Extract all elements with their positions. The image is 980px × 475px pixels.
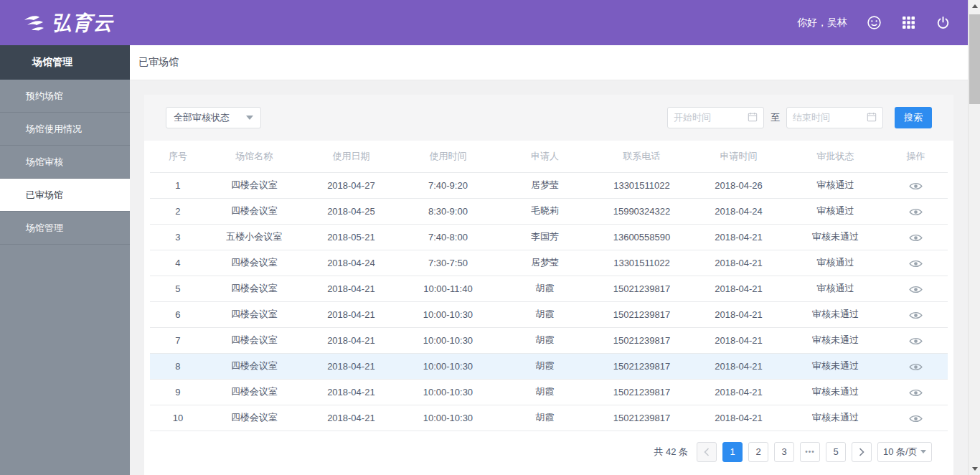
sidebar-item-已审场馆[interactable]: 已审场馆 [0,179,130,212]
column-header: 使用时间 [400,141,496,172]
end-date-input[interactable]: 结束时间 [786,107,883,128]
sidebar-item-预约场馆[interactable]: 预约场馆 [0,80,130,113]
pagination-total: 共 42 条 [654,446,688,458]
table-cell: 15021239817 [593,379,690,405]
view-eye-icon[interactable] [909,337,923,346]
brand-name: 弘育云 [52,10,114,36]
brand: 弘育云 [22,10,114,36]
column-header: 审批状态 [787,141,884,172]
table-cell: 四楼会议室 [206,172,303,198]
table-cell: 6 [150,301,206,327]
table-cell: 10:00-11:40 [400,276,496,301]
table-row: 1四楼会议室2018-04-277:40-9:20居梦莹133015110222… [150,172,948,198]
table-cell: 胡霞 [496,379,593,405]
view-eye-icon[interactable] [909,207,923,217]
table-cell: 四楼会议室 [206,379,303,405]
table-cell: 10 [150,405,206,431]
table-cell: 2018-04-21 [690,353,787,379]
table-cell: 居梦莹 [496,250,593,276]
table-cell: 13301511022 [593,250,690,276]
table-cell: 2 [150,198,206,224]
table-cell: 10:00-10:30 [400,327,496,353]
table-cell: 4 [150,250,206,276]
power-icon[interactable] [935,15,951,31]
vertical-scrollbar[interactable] [968,0,980,475]
table-cell: 审核通过 [787,172,884,198]
table-cell: 2018-04-21 [690,327,787,353]
table-row: 6四楼会议室2018-04-2110:00-10:30胡霞15021239817… [150,301,948,327]
view-eye-icon[interactable] [909,259,923,268]
view-eye-icon[interactable] [909,182,923,191]
table-row: 10四楼会议室2018-04-2110:00-10:30胡霞1502123981… [150,405,948,431]
table-cell: 15021239817 [593,405,690,431]
table-cell: 7 [150,327,206,353]
apps-grid-icon[interactable] [900,15,916,31]
table-cell: 2018-05-21 [303,224,400,250]
end-date-placeholder: 结束时间 [793,111,830,124]
content-card: 全部审核状态 开始时间 至 结束时间 [144,95,953,475]
table-cell: 毛晓莉 [496,198,593,224]
view-eye-icon[interactable] [909,233,923,243]
column-header: 操作 [884,141,948,172]
page-button-5[interactable]: 5 [826,442,846,462]
scrollbar-thumb[interactable] [969,14,980,104]
table-cell: 审核未通过 [787,353,884,379]
view-eye-icon[interactable] [909,362,923,372]
action-cell [884,198,948,224]
table-wrap: 序号场馆名称使用日期使用时间申请人联系电话申请时间审批状态操作 1四楼会议室20… [144,141,953,431]
table-cell: 2018-04-21 [690,224,787,250]
search-button[interactable]: 搜索 [895,107,932,128]
prev-page-button[interactable] [697,442,717,462]
table-cell: 10:00-10:30 [400,301,496,327]
view-eye-icon[interactable] [909,388,923,398]
table-cell: 2018-04-21 [303,379,400,405]
view-eye-icon[interactable] [909,414,923,423]
action-cell [884,250,948,276]
sidebar-title: 场馆管理 [0,45,130,80]
brand-logo-icon [22,13,46,33]
sidebar-item-场馆使用情况[interactable]: 场馆使用情况 [0,113,130,146]
page-ellipsis[interactable]: ••• [800,442,820,462]
next-page-button[interactable] [852,442,872,462]
table-cell: 五楼小会议室 [206,224,303,250]
status-filter-value: 全部审核状态 [174,111,230,124]
table-cell: 2018-04-21 [690,405,787,431]
table-cell: 2018-04-21 [303,301,400,327]
table-cell: 2018-04-21 [690,250,787,276]
table-cell: 审核通过 [787,250,884,276]
table-cell: 15021239817 [593,276,690,301]
table-cell: 四楼会议室 [206,353,303,379]
table-cell: 2018-04-24 [303,250,400,276]
table-cell: 13301511022 [593,172,690,198]
table-cell: 2018-04-21 [303,353,400,379]
sidebar-item-场馆审核[interactable]: 场馆审核 [0,146,130,179]
status-filter-select[interactable]: 全部审核状态 [166,107,261,128]
page-button-2[interactable]: 2 [748,442,768,462]
venues-table: 序号场馆名称使用日期使用时间申请人联系电话申请时间审批状态操作 1四楼会议室20… [150,141,948,431]
scroll-down-arrow-icon[interactable] [969,463,980,475]
page-button-3[interactable]: 3 [774,442,794,462]
table-cell: 7:40-9:20 [400,172,496,198]
table-cell: 10:00-10:30 [400,353,496,379]
page-size-select[interactable]: 10 条/页 [877,442,932,462]
main-content: 全部审核状态 开始时间 至 结束时间 [130,80,968,475]
scroll-up-arrow-icon[interactable] [969,0,980,12]
smiley-icon[interactable] [866,15,882,31]
column-header: 申请人 [496,141,593,172]
action-cell [884,405,948,431]
page-button-1[interactable]: 1 [722,442,743,462]
start-date-placeholder: 开始时间 [674,111,711,124]
view-eye-icon[interactable] [909,311,923,320]
table-cell: 2018-04-21 [690,276,787,301]
table-cell: 9 [150,379,206,405]
table-cell: 四楼会议室 [206,327,303,353]
table-cell: 四楼会议室 [206,405,303,431]
user-greeting: 你好，吴林 [797,17,847,29]
table-cell: 15021239817 [593,327,690,353]
sidebar-item-场馆管理[interactable]: 场馆管理 [0,212,130,245]
table-row: 4四楼会议室2018-04-247:30-7:50居梦莹133015110222… [150,250,948,276]
view-eye-icon[interactable] [909,285,923,294]
table-cell: 10:00-10:30 [400,405,496,431]
table-cell: 审核未通过 [787,405,884,431]
start-date-input[interactable]: 开始时间 [667,107,764,128]
